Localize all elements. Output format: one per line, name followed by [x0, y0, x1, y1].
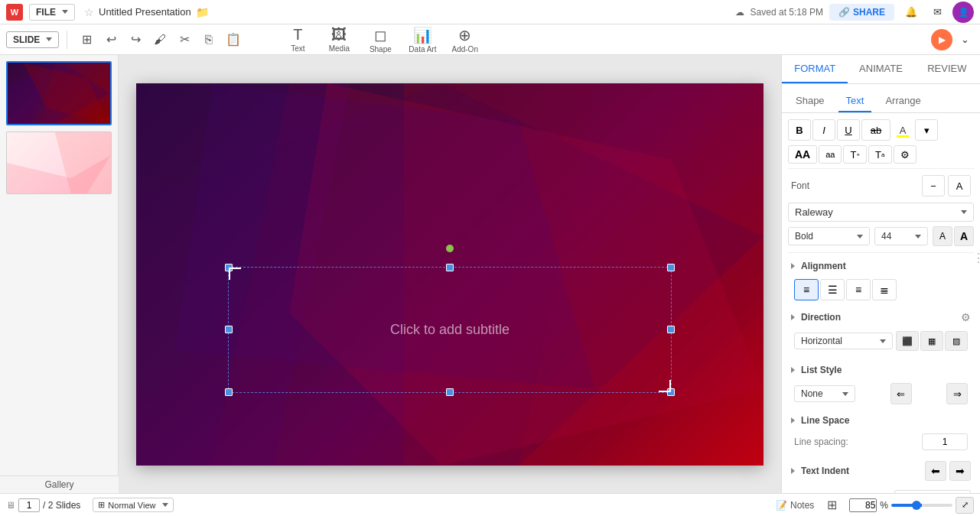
paint-button[interactable]: 🖌 [148, 29, 171, 50]
copy-button[interactable]: ⎘ [197, 29, 220, 50]
list-indent-decrease-button[interactable]: ⇐ [890, 383, 912, 404]
strikethrough-button[interactable]: ab [861, 119, 890, 141]
line-space-label: Line Space [801, 415, 849, 426]
tab-format[interactable]: FORMAT [782, 55, 848, 83]
list-indent-increase-button[interactable]: ⇒ [946, 383, 968, 404]
align-right-button[interactable]: ≡ [846, 279, 871, 300]
main-area: 1 2 [0, 55, 980, 493]
slide-item-2[interactable]: 2 [6, 131, 112, 194]
indent-decrease-button[interactable]: ⬅ [925, 461, 946, 481]
font-minus-button[interactable]: − [922, 175, 945, 196]
data-art-tool[interactable]: 📊 Data Art [402, 24, 442, 55]
sub-tab-text[interactable]: Text [838, 90, 872, 112]
slide-item-1[interactable]: 1 [6, 61, 112, 125]
highlight-dropdown-button[interactable]: ▾ [915, 119, 938, 141]
sub-tab-shape[interactable]: Shape [788, 90, 832, 112]
font-style-size-row: Bold 44 A A [788, 226, 974, 246]
tab-review[interactable]: REVIEW [914, 55, 980, 83]
bold-button[interactable]: B [788, 119, 811, 141]
line-space-section-header[interactable]: Line Space [788, 411, 974, 430]
superscript-button[interactable]: T+ [843, 145, 867, 164]
handle-bl[interactable] [225, 388, 233, 396]
add-on-tool[interactable]: ⊕ Add-On [445, 24, 483, 55]
direction-value-label: Horizontal [801, 336, 842, 346]
sub-tab-arrange[interactable]: Arrange [877, 90, 928, 112]
direction-selector[interactable]: Horizontal [794, 333, 893, 349]
redo-button[interactable]: ↪ [124, 29, 147, 50]
subscript-button[interactable]: Ta [868, 145, 891, 164]
folder-icon[interactable]: 📁 [196, 6, 209, 18]
text-format-settings-button[interactable]: ⚙ [894, 145, 917, 164]
direction-rotated-button[interactable]: ▨ [945, 331, 968, 351]
rotate-handle[interactable] [446, 245, 454, 252]
zoom-slider[interactable] [891, 504, 952, 507]
underline-button[interactable]: U [837, 119, 860, 141]
font-size-chevron-icon [915, 235, 921, 239]
notes-button[interactable]: 📝 Notes [776, 500, 814, 511]
document-title[interactable]: Untitled Presentation [99, 6, 191, 18]
zoom-value-input[interactable] [849, 498, 877, 512]
mail-button[interactable]: ✉ [926, 2, 948, 23]
subtitle-textbox[interactable]: Click to add subtitle [228, 267, 672, 393]
list-style-value-label: None [801, 388, 823, 399]
canvas-area[interactable]: Click to add subtitle [119, 55, 781, 493]
undo-button[interactable]: ↩ [99, 29, 122, 50]
media-tool[interactable]: 🖼 Media [320, 24, 358, 55]
direction-settings-icon[interactable]: ⚙ [961, 311, 971, 323]
text-indent-section-header[interactable]: Text Indent ⬅ ➡ [788, 456, 974, 485]
file-menu-button[interactable]: FILE [29, 4, 75, 21]
grid-button[interactable]: ⊞ [75, 29, 98, 50]
direction-section-header[interactable]: Direction ⚙ [788, 307, 974, 328]
alignment-section-header[interactable]: Alignment [788, 256, 974, 276]
align-left-button[interactable]: ≡ [794, 279, 819, 300]
format-sub-tabs: Shape Text Arrange [782, 84, 980, 113]
file-chevron-icon [62, 10, 68, 14]
font-family-selector[interactable]: Raleway [788, 203, 974, 222]
indent-increase-button[interactable]: ➡ [949, 461, 971, 481]
font-size-selector[interactable]: 44 [874, 227, 928, 245]
lowercase-button[interactable]: aa [819, 145, 842, 164]
paste-button[interactable]: 📋 [222, 29, 245, 50]
play-button[interactable]: ▶ [931, 29, 952, 50]
handle-mr[interactable] [667, 326, 675, 333]
handle-tc[interactable] [446, 264, 454, 271]
list-style-selector[interactable]: None [794, 385, 855, 402]
toolbar-tools: T Text 🖼 Media ◻ Shape 📊 Data Art ⊕ Add-… [278, 24, 484, 55]
share-button[interactable]: 🔗 SHARE [829, 4, 894, 21]
corner-bracket-tl [229, 268, 241, 280]
more-options-button[interactable]: ⌄ [956, 31, 974, 49]
zoom-fit-button[interactable]: ⤢ [956, 497, 974, 514]
alignment-arrow-icon [791, 263, 795, 269]
slides-panel-toggle-button[interactable]: ⊞ [820, 495, 843, 516]
handle-bc[interactable] [446, 388, 454, 396]
corner-bracket-br [659, 380, 671, 392]
slide-button[interactable]: SLIDE [6, 31, 59, 48]
uppercase-button[interactable]: AA [788, 145, 817, 164]
view-mode-button[interactable]: ⊞ Normal View [93, 498, 173, 512]
direction-vertical-button[interactable]: ▦ [920, 331, 943, 351]
direction-horizontal-button[interactable]: ⬛ [896, 331, 919, 351]
list-style-section-header[interactable]: List Style [788, 360, 974, 380]
font-style-selector[interactable]: Bold [788, 227, 870, 245]
current-page-input[interactable] [18, 498, 40, 512]
tab-animate[interactable]: ANIMATE [848, 55, 913, 83]
handle-ml[interactable] [225, 326, 233, 333]
font-size-increase-button[interactable]: A [954, 226, 974, 246]
list-style-chevron-icon [842, 392, 848, 396]
text-box-section-header[interactable]: Text Box No autofit [788, 485, 974, 493]
italic-button[interactable]: I [812, 119, 835, 141]
notifications-button[interactable]: 🔔 [900, 2, 922, 23]
text-tool[interactable]: T Text [278, 24, 317, 55]
line-space-input[interactable] [922, 433, 968, 450]
align-justify-button[interactable]: ≣ [872, 279, 897, 300]
media-tool-icon: 🖼 [331, 26, 347, 44]
font-size-decrease-button[interactable]: A [933, 226, 952, 246]
highlight-color-button[interactable]: A [892, 119, 913, 141]
align-center-button[interactable]: ☰ [820, 279, 845, 300]
font-color-button[interactable]: A [948, 175, 971, 196]
avatar[interactable]: 👤 [952, 2, 974, 23]
handle-tr[interactable] [667, 264, 675, 271]
scissors-button[interactable]: ✂ [173, 29, 196, 50]
star-icon[interactable]: ☆ [84, 6, 94, 18]
shape-tool[interactable]: ◻ Shape [361, 24, 399, 55]
